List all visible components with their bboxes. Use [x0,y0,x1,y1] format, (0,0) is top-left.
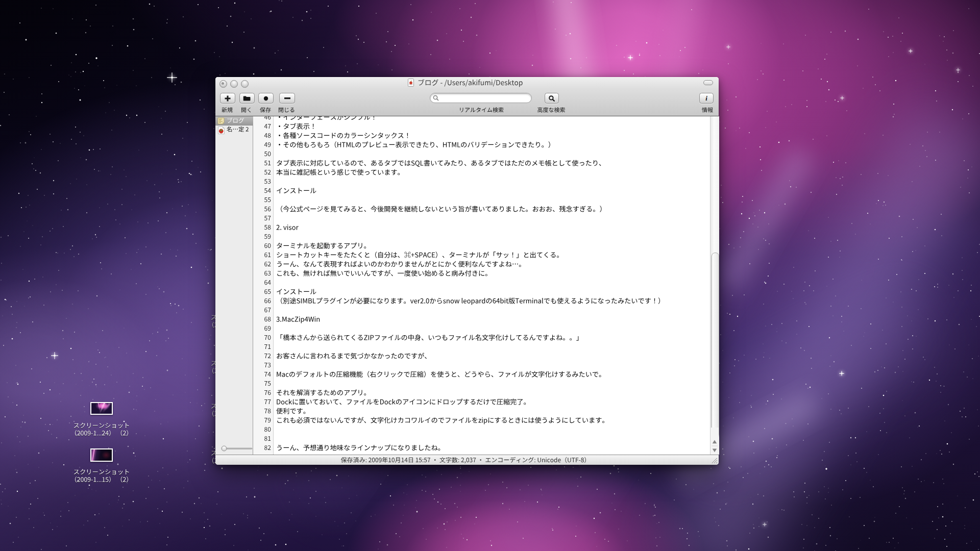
svg-text:i: i [705,95,707,102]
